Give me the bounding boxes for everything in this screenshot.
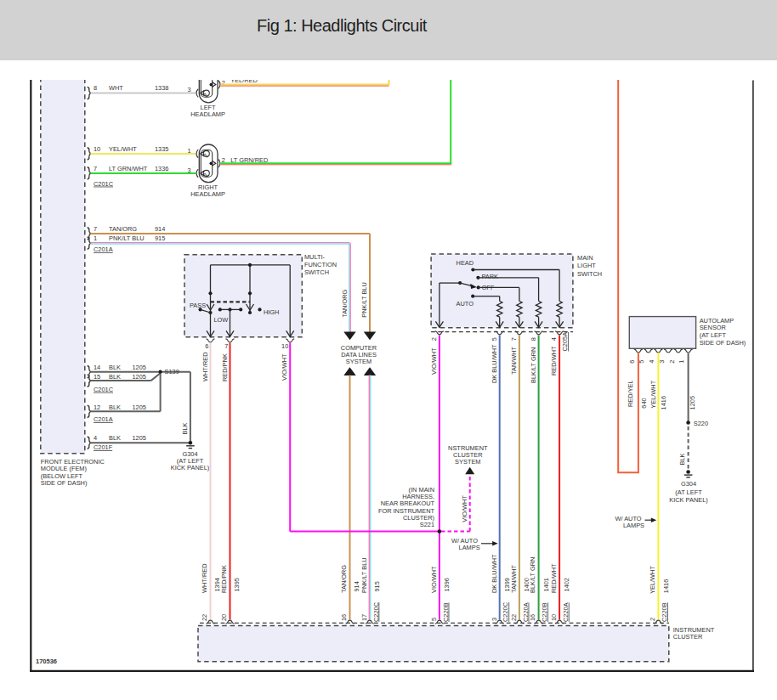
svg-text:VIO/WHT: VIO/WHT [281, 353, 288, 381]
svg-text:7: 7 [510, 337, 518, 341]
svg-text:SWITCH: SWITCH [304, 268, 329, 276]
svg-text:12: 12 [94, 404, 100, 411]
svg-text:LT GRN/WHT: LT GRN/WHT [109, 165, 148, 172]
svg-text:WHT: WHT [109, 84, 123, 92]
svg-text:YEL/RED: YEL/RED [230, 76, 258, 84]
svg-text:KICK PANEL): KICK PANEL) [171, 464, 209, 471]
svg-text:170536: 170536 [36, 658, 57, 665]
svg-text:914: 914 [155, 225, 165, 233]
svg-text:C201A: C201A [94, 246, 113, 253]
svg-text:KICK PANEL): KICK PANEL) [669, 496, 707, 504]
svg-text:LAMPS: LAMPS [623, 522, 644, 529]
svg-text:TAN/ORG: TAN/ORG [109, 225, 137, 233]
svg-text:3: 3 [187, 167, 190, 174]
svg-text:1336: 1336 [155, 165, 168, 172]
svg-text:10: 10 [550, 614, 558, 621]
svg-text:C220A: C220A [562, 602, 570, 622]
svg-text:S220: S220 [694, 420, 708, 427]
svg-text:1416: 1416 [662, 579, 670, 593]
svg-text:BLK: BLK [109, 404, 121, 411]
svg-text:YEL/WHT: YEL/WHT [109, 145, 137, 153]
svg-text:WHT/RED: WHT/RED [201, 353, 209, 382]
svg-text:LAMPS: LAMPS [459, 544, 480, 551]
svg-text:1335: 1335 [155, 145, 168, 153]
svg-text:DK BLU/WHT: DK BLU/WHT [491, 344, 498, 383]
svg-text:LT GRN/RED: LT GRN/RED [230, 156, 268, 164]
svg-text:HEAD: HEAD [457, 259, 474, 267]
svg-text:7: 7 [224, 342, 228, 350]
svg-text:1402: 1402 [563, 578, 570, 591]
svg-text:7: 7 [94, 165, 97, 172]
svg-text:1: 1 [678, 360, 685, 364]
svg-text:8: 8 [530, 337, 537, 341]
svg-text:1205: 1205 [689, 396, 696, 409]
svg-text:C201C: C201C [94, 180, 114, 188]
svg-text:6: 6 [628, 360, 636, 364]
svg-text:22: 22 [510, 614, 518, 621]
svg-text:640: 640 [640, 398, 648, 408]
svg-text:16: 16 [529, 614, 536, 621]
svg-text:HEADLAMP: HEADLAMP [190, 110, 225, 118]
svg-text:Fig 1: Headlights Circuit: Fig 1: Headlights Circuit [257, 16, 428, 35]
svg-text:BLK: BLK [181, 422, 189, 434]
svg-text:1395: 1395 [233, 578, 241, 591]
svg-text:2: 2 [649, 618, 656, 621]
svg-text:4: 4 [550, 337, 558, 341]
svg-text:SYSTEM: SYSTEM [346, 358, 371, 365]
svg-text:BLK/LT GRN: BLK/LT GRN [529, 557, 536, 593]
svg-text:TAN/ORG: TAN/ORG [340, 565, 348, 593]
svg-text:SIDE OF DASH): SIDE OF DASH) [700, 339, 746, 347]
svg-text:C220C: C220C [372, 601, 380, 622]
svg-text:5: 5 [491, 337, 498, 341]
svg-text:AUTO: AUTO [457, 300, 474, 308]
svg-text:915: 915 [373, 581, 381, 591]
svg-text:10: 10 [94, 145, 100, 153]
svg-text:22: 22 [201, 614, 208, 621]
svg-text:PNK/LT BLU: PNK/LT BLU [360, 557, 368, 593]
svg-text:YEL/WHT: YEL/WHT [649, 566, 656, 594]
svg-text:BLK: BLK [109, 364, 121, 371]
svg-text:1338: 1338 [155, 84, 168, 92]
svg-text:C220C: C220C [502, 601, 509, 622]
svg-text:(AT LEFT: (AT LEFT [700, 331, 727, 339]
svg-text:C205A: C205A [561, 332, 569, 352]
svg-text:BLK: BLK [109, 373, 121, 381]
svg-text:BLK/LT GRN: BLK/LT GRN [530, 347, 537, 383]
svg-text:(AT LEFT: (AT LEFT [675, 488, 702, 496]
svg-text:14: 14 [94, 364, 100, 371]
svg-text:C220B: C220B [442, 602, 450, 622]
svg-text:SYSTEM: SYSTEM [455, 458, 480, 466]
svg-text:HIGH: HIGH [264, 308, 279, 316]
svg-text:MAIN: MAIN [577, 254, 593, 262]
svg-text:YEL/WHT: YEL/WHT [649, 380, 657, 408]
svg-text:SIDE OF DASH): SIDE OF DASH) [41, 479, 88, 487]
svg-text:1416: 1416 [660, 396, 667, 409]
svg-text:S139: S139 [165, 368, 179, 375]
svg-text:1205: 1205 [133, 404, 146, 411]
svg-text:TAN/ORG: TAN/ORG [341, 289, 349, 317]
svg-text:C220B: C220B [661, 602, 668, 622]
svg-text:LIGHT: LIGHT [577, 262, 596, 269]
svg-text:RED/PNK: RED/PNK [221, 353, 229, 381]
svg-text:RED/PNK: RED/PNK [220, 565, 228, 593]
svg-text:4: 4 [94, 434, 97, 442]
svg-text:BLK: BLK [678, 453, 686, 465]
svg-text:1205: 1205 [133, 364, 146, 371]
svg-text:BLK: BLK [109, 434, 121, 442]
svg-text:VIO/WHT: VIO/WHT [430, 566, 438, 593]
svg-text:CLUSTER: CLUSTER [673, 633, 703, 641]
svg-text:PNK/LT BLU: PNK/LT BLU [360, 282, 368, 318]
svg-text:1205: 1205 [133, 434, 146, 442]
svg-text:SENSOR: SENSOR [700, 324, 726, 331]
svg-text:3: 3 [491, 618, 498, 621]
svg-text:MULTI-: MULTI- [304, 253, 326, 261]
svg-text:1396: 1396 [443, 578, 451, 591]
svg-text:PARK: PARK [481, 273, 498, 280]
svg-text:AUTOLAMP: AUTOLAMP [700, 317, 734, 325]
svg-text:G304: G304 [681, 480, 696, 488]
svg-text:SWITCH: SWITCH [577, 270, 602, 278]
svg-text:VIO/WHT: VIO/WHT [430, 347, 438, 375]
svg-text:RED/YEL: RED/YEL [627, 380, 634, 407]
svg-text:2: 2 [430, 337, 438, 341]
svg-text:HEADLAMP: HEADLAMP [190, 190, 225, 198]
